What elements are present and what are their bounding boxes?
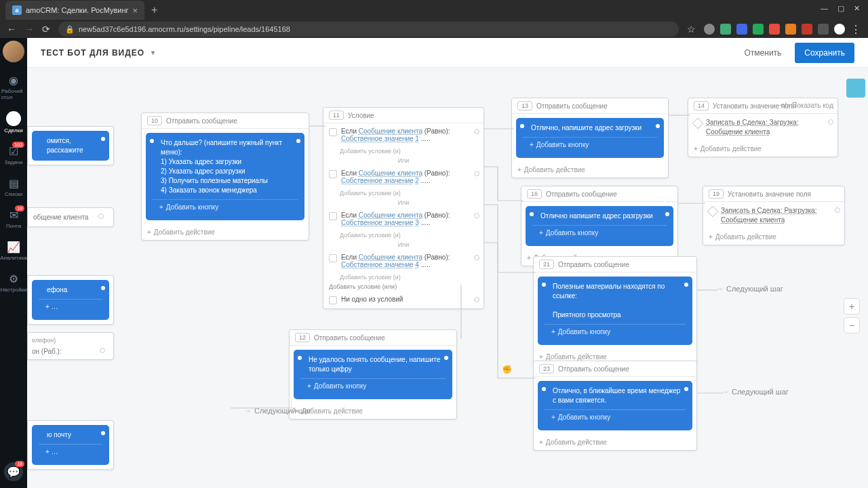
- sidebar-item-tasks[interactable]: ☑ Задачи 183: [1, 140, 26, 169]
- zoom-in-button[interactable]: +: [844, 298, 860, 314]
- sidebar-item-mail[interactable]: ✉ Почта 18: [1, 204, 26, 233]
- node-16[interactable]: 16Отправить сообщение Отлично напишите а…: [521, 186, 678, 266]
- window-controls[interactable]: —▢✕: [812, 0, 868, 17]
- bookmark-icon[interactable]: ☆: [687, 24, 696, 35]
- gauge-icon: ◉: [7, 73, 20, 87]
- save-button[interactable]: Сохранить: [795, 43, 854, 63]
- reload-button[interactable]: ⟳: [42, 24, 50, 35]
- condition-2[interactable]: Если Сообщение клиента (Равно):Собственн…: [323, 165, 484, 188]
- sidebar-item-lists[interactable]: ▤ Списки: [1, 172, 26, 201]
- settings-icon: ⚙: [7, 272, 20, 285]
- add-action-button[interactable]: + Добавить действие: [142, 224, 309, 240]
- menu-icon[interactable]: ⋮: [850, 23, 861, 36]
- node-21[interactable]: 21Отправить сообщение Полезные материалы…: [533, 256, 697, 365]
- next-step-label[interactable]: Следующий шаг: [722, 388, 789, 396]
- amocrm-favicon-icon: a: [12, 5, 22, 15]
- condition-4[interactable]: Если Сообщение клиента (Равно):Собственн…: [323, 249, 484, 272]
- grab-cursor-icon: ✊: [502, 365, 512, 374]
- ext-icon[interactable]: [769, 24, 780, 35]
- new-tab-button[interactable]: +: [144, 4, 164, 16]
- lock-icon: 🔒: [65, 25, 75, 34]
- condition-none[interactable]: Ни одно из условий: [323, 291, 484, 308]
- back-button[interactable]: ←: [7, 24, 16, 35]
- node-partial-2[interactable]: общение клиента: [27, 207, 114, 227]
- browser-chrome: a amoCRM: Сделки. РосМувинг × + ← → ⟳ 🔒 …: [0, 0, 868, 38]
- node-partial-3[interactable]: ефона+ …: [27, 275, 114, 325]
- zoom-controls: + −: [844, 298, 860, 333]
- ext-icon[interactable]: [753, 24, 764, 35]
- bot-title-selector[interactable]: ТЕСТ БОТ ДЛЯ ВИДЕО ▾: [41, 48, 155, 58]
- next-step-label[interactable]: Следующий шаг: [244, 407, 311, 415]
- editor-topbar: ТЕСТ БОТ ДЛЯ ВИДЕО ▾ Отменить Сохранить: [27, 38, 868, 68]
- ext-icon[interactable]: [736, 24, 747, 35]
- next-step-label[interactable]: Следующий шаг: [716, 285, 783, 293]
- app-sidebar: ◉ Рабочий стол Сделки ☑ Задачи 183 ▤ Спи…: [0, 38, 27, 488]
- node-partial-5[interactable]: ю почту+ …: [27, 420, 114, 470]
- list-icon: ▤: [7, 176, 20, 190]
- tab-title: amoCRM: Сделки. РосМувинг: [26, 6, 129, 14]
- condition-3[interactable]: Если Сообщение клиента (Равно):Собственн…: [323, 207, 484, 230]
- add-button-row[interactable]: + Добавить кнопку: [153, 199, 298, 215]
- node-13[interactable]: 13Отправить сообщение Отлично, напишите …: [511, 98, 669, 178]
- ext-icon[interactable]: [704, 24, 715, 35]
- ext-icon[interactable]: [785, 24, 796, 35]
- sidebar-item-analytics[interactable]: 📈 Аналитика: [1, 236, 26, 265]
- zoom-out-button[interactable]: −: [844, 317, 860, 333]
- node-19[interactable]: 19Установить значение поля Записать в Сд…: [703, 186, 845, 245]
- chevron-down-icon: ▾: [151, 49, 155, 56]
- analytics-icon: 📈: [7, 240, 20, 253]
- node-11[interactable]: 11Условие Если Сообщение клиента (Равно)…: [323, 107, 484, 309]
- cancel-button[interactable]: Отменить: [738, 44, 789, 62]
- show-code-link[interactable]: </> Показать код: [781, 102, 833, 109]
- profile-icon[interactable]: [834, 24, 845, 35]
- address-bar[interactable]: 🔒 new5ad37c6e5d196.amocrm.ru/settings/pi…: [58, 22, 679, 37]
- ext-icon[interactable]: [720, 24, 731, 35]
- forward-button[interactable]: →: [24, 24, 34, 35]
- sidebar-item-deals[interactable]: Сделки: [1, 107, 26, 138]
- deals-icon: [6, 111, 21, 126]
- node-10[interactable]: 10Отправить сообщение Что дальше? (напиш…: [141, 113, 309, 241]
- chat-button[interactable]: 💬18: [4, 462, 23, 481]
- node-partial-4[interactable]: елефон) он (Раб.):: [27, 332, 114, 360]
- extension-icons: ⋮: [704, 23, 861, 36]
- node-23[interactable]: 23Отправить сообщение Отлично, в ближайш…: [533, 361, 697, 451]
- close-tab-icon[interactable]: ×: [133, 5, 138, 16]
- ext-icon[interactable]: [818, 24, 829, 35]
- bot-canvas[interactable]: омится, расскажите общение клиента ефона…: [27, 68, 868, 488]
- browser-tab[interactable]: a amoCRM: Сделки. РосМувинг ×: [5, 1, 144, 20]
- node-partial-1[interactable]: омится, расскажите: [27, 126, 114, 165]
- sidebar-item-desktop[interactable]: ◉ Рабочий стол: [1, 69, 26, 104]
- sidebar-item-settings[interactable]: ⚙ Настройки: [1, 268, 26, 297]
- condition-1[interactable]: Если Сообщение клиента (Равно):Собственн…: [323, 123, 484, 146]
- ext-icon[interactable]: [802, 24, 812, 35]
- node-12[interactable]: 12Отправить сообщение Не удалось понять …: [289, 329, 457, 420]
- user-avatar[interactable]: [3, 41, 24, 62]
- node-14[interactable]: 14Установить значение поля </> Показать …: [688, 98, 838, 157]
